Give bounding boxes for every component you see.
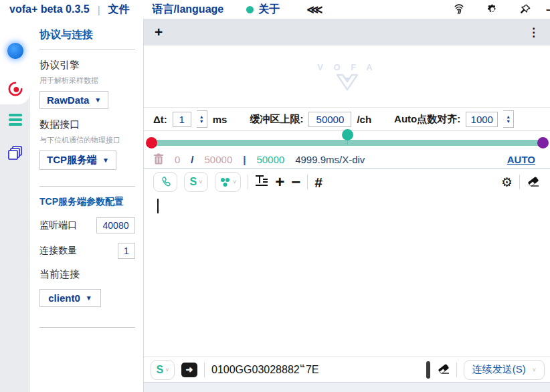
listen-port-row: 监听端口	[39, 217, 135, 233]
spin-up-icon[interactable]: ▲	[199, 114, 204, 119]
slider-left-knob[interactable]	[146, 137, 157, 149]
chevron-down-icon: ▼	[94, 96, 101, 104]
chevron-down-icon: ˅	[165, 367, 169, 373]
plot-tab-bar: + ⋮	[144, 19, 550, 45]
chevron-down-icon: ▼	[86, 294, 92, 302]
connection-status-icon[interactable]	[0, 43, 30, 59]
sampler-dropdown-button[interactable]: S ˅	[184, 172, 208, 192]
slider-track[interactable]	[149, 140, 546, 146]
plot-settings-gear-icon[interactable]: ⚙	[501, 175, 513, 190]
slider-right-knob[interactable]	[537, 137, 549, 149]
zoom-in-button[interactable]: +	[275, 174, 284, 190]
fingerprint-icon[interactable]	[452, 3, 466, 16]
dt-stepper[interactable]: ▲ ▼	[197, 110, 207, 128]
conn-count-input[interactable]	[118, 243, 135, 259]
menu-file[interactable]: 文件	[108, 3, 130, 17]
buffer-range-slider[interactable]	[144, 131, 550, 151]
xdiv-readout: 4999.9ms/X-div	[295, 154, 365, 165]
buffer-unit: /ch	[357, 114, 371, 125]
zoom-out-button[interactable]: −	[291, 174, 300, 190]
clear-send-eraser-icon[interactable]	[437, 363, 450, 377]
chevron-down-icon: ˅	[233, 179, 236, 185]
send-button[interactable]: ➜	[181, 363, 197, 377]
bottom-scrollbar-strip	[144, 382, 550, 392]
chevron-down-icon: ˅	[199, 179, 202, 185]
log-canvas[interactable]	[144, 195, 550, 357]
current-conn-dropdown[interactable]: client0 ▼	[39, 289, 101, 307]
engine-dropdown[interactable]: RawData ▼	[39, 91, 108, 109]
list-menu-icon[interactable]	[0, 112, 30, 127]
record-tab-icon[interactable]	[0, 80, 30, 98]
status-dot-icon	[246, 6, 254, 13]
port-input[interactable]	[96, 217, 135, 233]
dt-label: Δt:	[153, 114, 167, 125]
text-format-button[interactable]	[255, 175, 268, 189]
arrow-right-icon: ➜	[186, 365, 193, 375]
blue-ball-icon	[7, 43, 23, 59]
trash-icon[interactable]	[153, 153, 164, 167]
current-conn-value: client0	[48, 292, 80, 304]
windows-copy-icon[interactable]	[0, 144, 30, 162]
auto-align-value-box[interactable]: 1000	[466, 112, 498, 127]
send-mode-label: 连续发送(S)	[472, 363, 526, 376]
spin-down-icon[interactable]: ▼	[506, 119, 511, 124]
clear-eraser-icon[interactable]	[527, 175, 539, 189]
cluster-dropdown-button[interactable]: ˅	[215, 172, 241, 192]
spin-up-icon[interactable]: ▲	[506, 114, 511, 119]
chevron-down-icon: ˅	[533, 367, 536, 373]
text-cursor	[157, 199, 159, 213]
send-input-text: 0100GG03028882	[211, 364, 300, 376]
sampling-controls-row: Δt: 1 ▲ ▼ ms 缓冲区上限: 50000 /ch Auto点数对齐: …	[144, 107, 550, 131]
send-bar: S ˅ ➜ 0100GG03028882ᄔ7E	[144, 357, 550, 382]
connection-count-row: 连接数量	[39, 243, 135, 259]
auto-scale-button[interactable]: AUTO	[507, 154, 535, 165]
protocol-panel: 协议与连接 协议引擎 用于解析采样数据 RawData ▼ 数据接口 与下位机通…	[30, 19, 144, 392]
dt-value-box[interactable]: 1	[173, 112, 191, 127]
plot-header: V O F A	[144, 45, 550, 107]
menu-about[interactable]: 关于	[246, 3, 280, 17]
app-title: vofa+ beta 0.3.5	[9, 3, 90, 15]
stats-bar: |	[243, 154, 246, 165]
send-format-dropdown[interactable]: S ˅	[151, 360, 175, 380]
interface-value: TCP服务端	[47, 154, 97, 167]
divider	[39, 49, 135, 50]
dots-cluster-icon	[219, 177, 231, 187]
toolbar-separator	[519, 175, 520, 189]
handset-tool-button[interactable]	[153, 172, 177, 192]
app-body: 协议与连接 协议引擎 用于解析采样数据 RawData ▼ 数据接口 与下位机通…	[0, 19, 550, 392]
auto-align-stepper[interactable]: ▲ ▼	[503, 110, 514, 128]
stats-slash: /	[191, 154, 193, 165]
interface-dropdown[interactable]: TCP服务端 ▼	[39, 151, 116, 170]
menu-language[interactable]: 语言/language	[153, 3, 224, 17]
buffer-label: 缓冲区上限:	[250, 113, 303, 126]
collapse-chevrons-icon[interactable]: ⋘	[306, 3, 321, 17]
control-char-glyph: ᄔ	[300, 362, 306, 372]
tab-overflow-menu[interactable]: ⋮	[528, 25, 539, 39]
send-mode-dropdown[interactable]: 连续发送(S) ˅	[464, 360, 545, 380]
titlebar-right-icons	[452, 0, 550, 19]
splitter-handle[interactable]	[426, 361, 430, 379]
sendbar-separator	[456, 363, 457, 377]
add-tab-button[interactable]: +	[155, 24, 163, 40]
pin-icon[interactable]	[519, 3, 531, 15]
handset-icon	[159, 176, 171, 188]
vofa-window: vofa+ beta 0.3.5 | 文件 语言/language 关于 ⋘	[0, 0, 550, 392]
sendbar-separator	[204, 363, 205, 377]
title-bar: vofa+ beta 0.3.5 | 文件 语言/language 关于 ⋘	[0, 0, 550, 19]
engine-value: RawData	[47, 94, 89, 106]
divider	[39, 327, 135, 328]
tcp-config-heading: TCP服务端参数配置	[39, 196, 135, 208]
send-input[interactable]: 0100GG03028882ᄔ7E	[211, 364, 420, 376]
chevron-down-icon: ▼	[102, 157, 109, 164]
hash-button[interactable]: #	[314, 175, 323, 189]
send-s-label: S	[157, 364, 164, 376]
window-minimize-icon[interactable]: –	[546, 3, 550, 17]
sidebar-rail	[0, 19, 30, 392]
spin-down-icon[interactable]: ▼	[199, 119, 204, 124]
main-area: + ⋮ V O F A Δt: 1 ▲ ▼ ms	[144, 19, 550, 392]
slider-mid-knob[interactable]	[342, 129, 353, 140]
settings-gear-icon[interactable]	[486, 3, 499, 16]
current-conn-label: 当前连接	[39, 268, 135, 281]
buffer-value-box[interactable]: 50000	[308, 112, 351, 127]
interface-desc: 与下位机通信的物理接口	[39, 135, 135, 145]
